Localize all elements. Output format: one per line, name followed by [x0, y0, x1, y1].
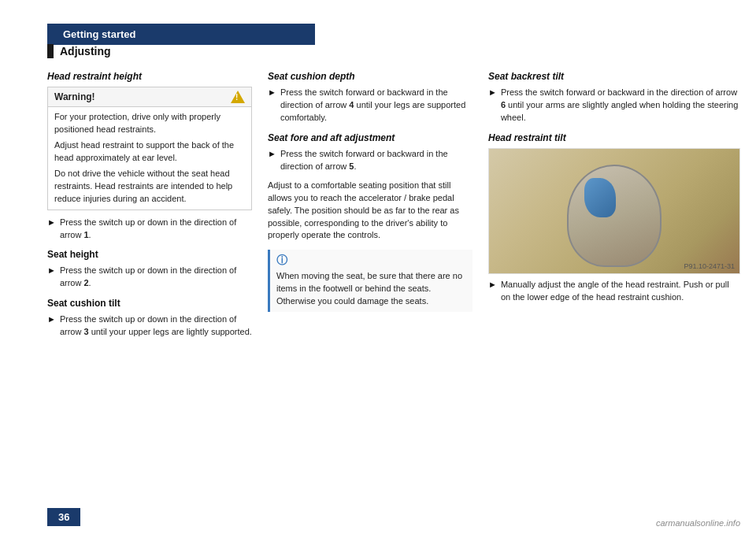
- seat-fore-aft-bullet: ► Press the switch forward or backward i…: [268, 148, 472, 173]
- seat-cushion-tilt-title: Seat cushion tilt: [47, 298, 252, 309]
- seat-height-title: Seat height: [47, 249, 252, 260]
- head-restraint-image: P91.10-2471-31: [488, 148, 740, 274]
- seat-fore-aft-title: Seat fore and aft adjustment: [268, 132, 472, 143]
- warning-line-2: Adjust head restraint to support the bac…: [54, 139, 245, 165]
- right-column: Seat backrest tilt ► Press the switch fo…: [488, 71, 740, 495]
- head-restraint-tilt-text: Manually adjust the angle of the head re…: [501, 279, 740, 304]
- section-title: Getting started: [63, 28, 135, 40]
- head-restraint-tilt-bullet: ► Manually adjust the angle of the head …: [488, 279, 740, 304]
- seat-backrest-tilt-bullet: ► Press the switch forward or backward i…: [488, 87, 740, 124]
- head-restraint-tilt-title: Head restraint tilt: [488, 132, 740, 143]
- page-number: 36: [47, 508, 80, 526]
- seat-height-bullet: ► Press the switch up or down in the di­…: [47, 265, 252, 290]
- bullet-arrow-icon-3: ►: [47, 313, 56, 326]
- bullet-arrow-icon-2: ►: [47, 265, 56, 277]
- head-restraint-tilt-section: Head restraint tilt P91.10-2471-31 ► Man…: [488, 132, 740, 304]
- section-header: Getting started: [47, 24, 315, 45]
- warning-line-1: For your protection, drive only with pro…: [54, 111, 245, 136]
- info-box-text: When moving the seat, be sure that there…: [276, 270, 466, 308]
- seat-backrest-tilt-text: Press the switch forward or backward in …: [501, 87, 740, 124]
- bullet-arrow-icon-4: ►: [268, 87, 276, 99]
- seat-cushion-tilt-bullet: ► Press the switch up or down in the di­…: [47, 313, 252, 339]
- page-wrapper: Getting started Adjusting Head restraint…: [0, 0, 756, 534]
- warning-header: Warning!: [48, 87, 251, 107]
- seat-fore-aft-extra: Adjust to a comfortable seating position…: [268, 180, 472, 243]
- seat-backrest-tilt-section: Seat backrest tilt ► Press the switch fo…: [488, 71, 740, 124]
- seat-fore-aft-text: Press the switch forward or backward in …: [280, 148, 472, 173]
- middle-column: Seat cushion depth ► Press the switch fo…: [268, 71, 488, 495]
- warning-triangle-icon: [231, 91, 245, 103]
- info-box: ⓘ When moving the seat, be sure that the…: [268, 250, 472, 312]
- left-column: Head restraint height Warning! For your …: [47, 71, 268, 495]
- image-label: P91.10-2471-31: [684, 262, 735, 270]
- seat-height-text: Press the switch up or down in the di­re…: [60, 265, 252, 290]
- seat-cushion-tilt-text: Press the switch up or down in the di­re…: [60, 313, 252, 339]
- warning-label: Warning!: [54, 91, 95, 102]
- seat-height-section: Seat height ► Press the switch up or dow…: [47, 249, 252, 290]
- info-icon: ⓘ: [276, 254, 466, 268]
- head-restraint-height-text: Press the switch up or down in the di­re…: [60, 217, 252, 242]
- seat-fore-aft-section: Seat fore and aft adjustment ► Press the…: [268, 132, 472, 243]
- seat-cushion-depth-title: Seat cushion depth: [268, 71, 472, 82]
- sub-header-label: Adjusting: [60, 45, 111, 57]
- seat-backrest-tilt-title: Seat backrest tilt: [488, 71, 740, 82]
- warning-line-3: Do not drive the vehicle without the sea…: [54, 168, 245, 206]
- bullet-arrow-icon-5: ►: [268, 148, 276, 161]
- warning-box: Warning! For your protection, drive only…: [47, 87, 252, 210]
- head-restraint-height-bullet: ► Press the switch up or down in the di­…: [47, 217, 252, 242]
- main-content: Head restraint height Warning! For your …: [47, 71, 740, 495]
- sub-header: Adjusting: [47, 44, 315, 58]
- bullet-arrow-icon-7: ►: [488, 279, 497, 291]
- bullet-arrow-icon: ►: [47, 217, 56, 229]
- seat-cushion-depth-section: Seat cushion depth ► Press the switch fo…: [268, 71, 472, 124]
- seat-cushion-depth-bullet: ► Press the switch forward or backward i…: [268, 87, 472, 124]
- watermark: carmanualsonline.info: [656, 518, 740, 528]
- seat-cushion-tilt-section: Seat cushion tilt ► Press the switch up …: [47, 298, 252, 339]
- sub-header-bar: [47, 44, 54, 58]
- seat-cushion-depth-text: Press the switch forward or backward in …: [280, 87, 472, 124]
- headrest-shape: [567, 165, 662, 267]
- warning-body: For your protection, drive only with pro…: [48, 107, 251, 210]
- head-restraint-height-title: Head restraint height: [47, 71, 252, 82]
- bullet-arrow-icon-6: ►: [488, 87, 497, 99]
- headrest-blue-accent: [584, 178, 616, 217]
- head-restraint-height-section: Head restraint height Warning! For your …: [47, 71, 252, 241]
